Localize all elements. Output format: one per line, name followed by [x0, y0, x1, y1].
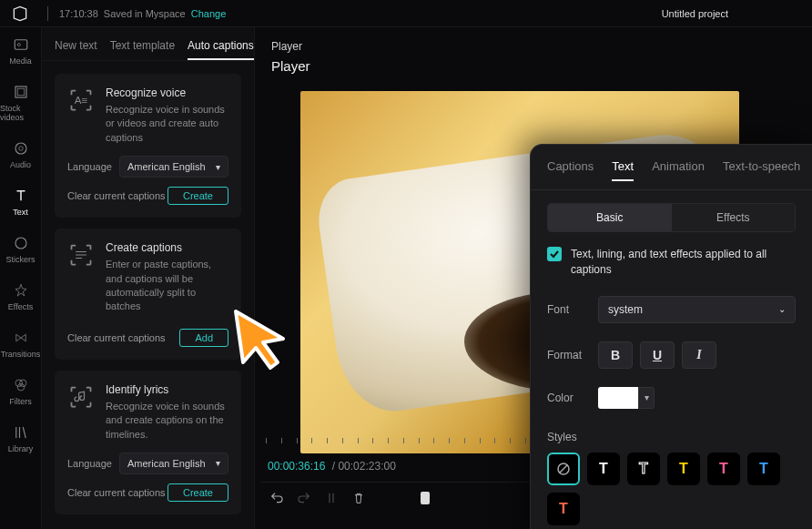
card-desc: Recognize voice in sounds and create cap… — [106, 400, 228, 442]
clear-captions-link[interactable]: Clear current captions — [67, 332, 166, 343]
side-nav: Media Stock videos Audio Text Stickers E… — [0, 27, 42, 529]
sidenav-label: Media — [9, 56, 32, 66]
add-button[interactable]: Add — [179, 329, 228, 347]
effects-icon — [13, 282, 29, 299]
project-title: Untitled project — [662, 8, 728, 19]
sidenav-transitions[interactable]: Transitions — [0, 320, 41, 368]
delete-icon[interactable] — [351, 491, 366, 505]
current-time: 00:00:36:16 — [268, 460, 325, 473]
identify-lyrics-card: Identify lyrics Recognize voice in sound… — [55, 371, 241, 514]
style-tile[interactable]: T — [667, 453, 700, 485]
font-label: Font — [547, 303, 598, 316]
style-tile[interactable]: T — [627, 453, 660, 485]
app-logo-icon — [11, 5, 29, 23]
svg-point-5 — [18, 147, 23, 151]
sidenav-audio[interactable]: Audio — [0, 131, 41, 178]
sidenav-media[interactable]: Media — [0, 27, 41, 75]
sidenav-library[interactable]: Library — [0, 415, 41, 463]
underline-button[interactable]: U — [640, 341, 675, 369]
chevron-down-icon: ⌄ — [778, 304, 786, 314]
clear-captions-link[interactable]: Clear current captions — [67, 487, 166, 498]
sidenav-stock[interactable]: Stock videos — [0, 75, 41, 131]
audio-icon — [13, 140, 29, 157]
sidenav-label: Filters — [9, 397, 32, 406]
tab-text[interactable]: Text — [612, 159, 634, 180]
sidenav-label: Stock videos — [0, 104, 41, 122]
apply-all-checkbox[interactable] — [547, 247, 562, 261]
media-icon — [13, 36, 29, 53]
font-select[interactable]: system ⌄ — [598, 296, 796, 323]
card-title: Create captions — [106, 241, 228, 254]
chevron-down-icon: ▾ — [216, 162, 220, 172]
svg-point-1 — [17, 44, 20, 46]
player-tab[interactable]: Player — [255, 27, 812, 58]
svg-point-7 — [15, 380, 23, 387]
bold-button[interactable]: B — [598, 341, 633, 369]
undo-icon[interactable] — [269, 491, 284, 505]
save-time: 17:10:38 — [59, 8, 98, 19]
card-title: Identify lyrics — [106, 383, 228, 396]
create-button[interactable]: Create — [167, 187, 228, 205]
format-label: Format — [547, 349, 598, 361]
playhead-handle[interactable] — [421, 492, 430, 504]
clear-captions-link[interactable]: Clear current captions — [67, 190, 166, 201]
style-tile[interactable]: T — [587, 453, 620, 485]
create-captions-icon — [67, 241, 95, 269]
sidenav-text[interactable]: Text — [0, 178, 41, 226]
svg-text:A≡: A≡ — [75, 94, 88, 106]
left-panel: New text Text template Auto captions ‹‹ … — [42, 27, 255, 529]
language-select[interactable]: American English ▾ — [119, 156, 228, 178]
check-icon — [550, 249, 559, 259]
card-desc: Recognize voice in sounds or videos and … — [106, 103, 228, 145]
tab-animation[interactable]: Animation — [652, 159, 705, 180]
recognize-voice-icon: A≡ — [67, 86, 95, 114]
inspector-panel: Captions Text Animation Text-to-speech B… — [530, 144, 812, 529]
chevron-down-icon: ▾ — [216, 458, 220, 468]
styles-label: Styles — [547, 431, 796, 443]
split-icon[interactable] — [324, 491, 339, 505]
filters-icon — [13, 377, 29, 393]
create-button[interactable]: Create — [167, 483, 228, 502]
tab-tts[interactable]: Text-to-speech — [723, 159, 800, 180]
divider — [47, 6, 48, 21]
style-tile[interactable]: T — [707, 453, 740, 485]
svg-point-4 — [15, 143, 26, 154]
svg-point-9 — [17, 384, 25, 392]
identify-lyrics-icon — [67, 383, 95, 411]
sidenav-label: Transitions — [1, 350, 41, 359]
language-value: American English — [127, 458, 206, 469]
apply-all-label: Text, lining, and text effects applied t… — [571, 247, 796, 278]
language-select[interactable]: American English ▾ — [119, 453, 228, 474]
card-title: Recognize voice — [106, 86, 228, 99]
italic-button[interactable]: I — [682, 341, 716, 369]
color-swatch[interactable] — [598, 387, 638, 409]
language-label: Language — [67, 161, 112, 172]
svg-rect-0 — [15, 40, 27, 50]
right-area: Player Player 00:00:36:16 / 00:02:23:00 … — [255, 27, 812, 529]
style-none[interactable] — [547, 453, 580, 485]
subtab-effects[interactable]: Effects — [672, 204, 796, 231]
svg-rect-2 — [15, 86, 26, 97]
stock-icon — [13, 84, 29, 100]
style-tile[interactable]: T — [747, 453, 780, 485]
sidenav-label: Stickers — [5, 255, 35, 264]
sidenav-label: Library — [8, 444, 34, 453]
tab-new-text[interactable]: New text — [55, 39, 97, 52]
color-dropdown[interactable]: ▾ — [638, 387, 655, 409]
sidenav-filters[interactable]: Filters — [0, 368, 41, 415]
player-title: Player — [255, 58, 812, 81]
recognize-voice-card: A≡ Recognize voice Recognize voice in so… — [55, 74, 241, 218]
change-link[interactable]: Change — [191, 8, 227, 19]
sidenav-effects[interactable]: Effects — [0, 273, 41, 320]
redo-icon[interactable] — [297, 491, 311, 505]
font-value: system — [608, 303, 643, 316]
tab-text-template[interactable]: Text template — [110, 39, 175, 52]
subtab-basic[interactable]: Basic — [548, 204, 672, 231]
sidenav-stickers[interactable]: Stickers — [0, 226, 41, 273]
library-icon — [13, 424, 29, 441]
tab-captions[interactable]: Captions — [547, 159, 594, 180]
style-tile[interactable]: T — [547, 493, 580, 525]
save-status: Saved in Myspace — [104, 8, 186, 19]
svg-point-8 — [19, 380, 26, 387]
tab-auto-captions[interactable]: Auto captions — [188, 39, 254, 52]
